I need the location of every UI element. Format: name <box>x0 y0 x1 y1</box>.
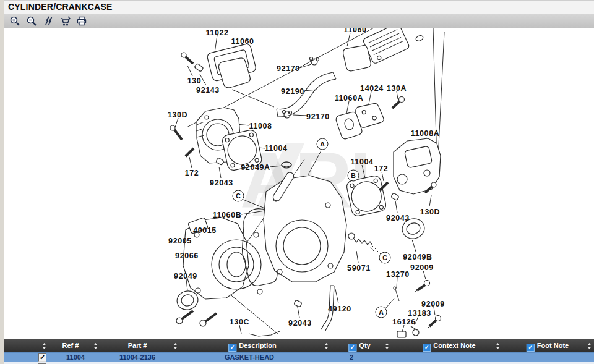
sort-icon[interactable] <box>93 343 99 349</box>
hotspot-select-button[interactable] <box>42 15 54 27</box>
part-bolt-130D-left <box>170 125 182 140</box>
part-label-49120[interactable]: 49120 <box>328 305 351 313</box>
column-header-description[interactable]: ✓Description <box>228 339 277 352</box>
part-label-49015[interactable]: 49015 <box>193 226 217 235</box>
part-cap-92043-right <box>391 193 400 200</box>
zoom-out-button[interactable] <box>25 15 38 27</box>
part-crankcase-49120 <box>264 171 346 282</box>
part-label-11060B[interactable]: 11060B <box>213 211 242 219</box>
page-title: CYLINDER/CRANKCASE <box>8 2 113 12</box>
sort-icon[interactable] <box>587 343 593 349</box>
print-button[interactable] <box>75 15 88 27</box>
part-cap-92043-bottom <box>294 300 302 307</box>
part-label-59071[interactable]: 59071 <box>347 264 371 273</box>
part-label-11060[interactable]: 11060 <box>231 37 254 46</box>
part-label-92066[interactable]: 92066 <box>175 252 199 260</box>
part-bolt-130 <box>181 53 193 64</box>
print-icon <box>76 15 87 27</box>
part-plug-92143 <box>194 63 204 72</box>
part-label-92049B[interactable]: 92049B <box>403 253 432 261</box>
zoom-out-icon <box>26 15 37 27</box>
part-hex-bolt-2 <box>200 313 217 326</box>
column-header-qty-label: Qty <box>359 342 370 349</box>
part-spring-screw-59071 <box>348 233 374 251</box>
part-label-92190[interactable]: 92190 <box>281 87 304 96</box>
foot-note-column-checkbox[interactable]: ✓ <box>527 344 535 352</box>
sort-icon[interactable] <box>42 343 48 349</box>
part-label-11022[interactable]: 11022 <box>205 28 228 37</box>
part-label-130A[interactable]: 130A <box>387 84 407 93</box>
part-label-11008[interactable]: 11008 <box>249 122 272 130</box>
part-label-11060A[interactable]: 11060A <box>335 94 364 103</box>
description-column-checkbox[interactable]: ✓ <box>228 344 236 352</box>
zoom-in-icon <box>9 15 20 27</box>
part-label-92049[interactable]: 92049 <box>174 272 197 281</box>
part-label-130C[interactable]: 130C <box>230 318 249 326</box>
column-header-context-note[interactable]: ✓Context Note <box>423 339 475 352</box>
part-label-130D[interactable]: 130D <box>168 111 187 119</box>
part-gasket-11060-right <box>342 45 371 72</box>
part-label-92170[interactable]: 92170 <box>277 64 300 73</box>
column-header-qty[interactable]: ✓Qty <box>348 339 370 352</box>
table-row-selected[interactable]: ✓ 11004 11004-2136 GASKET-HEAD 2 <box>4 352 594 362</box>
part-hex-bolt-1 <box>176 311 193 324</box>
part-label-172-r[interactable]: 172 <box>374 164 389 173</box>
callout-b: B <box>348 170 359 182</box>
parts-catalog-window: ARI <box>0 0 594 364</box>
part-plug-small <box>415 35 424 42</box>
column-header-ref[interactable]: Ref # <box>62 339 79 352</box>
sort-icon[interactable] <box>496 343 501 349</box>
part-clip-13183 <box>411 326 419 336</box>
row-checkbox[interactable]: ✓ <box>38 353 46 362</box>
part-label-11004-r[interactable]: 11004 <box>350 158 373 166</box>
column-header-description-label: Description <box>239 342 277 349</box>
title-bar: CYLINDER/CRANKCASE <box>4 0 594 15</box>
zoom-in-button[interactable] <box>9 15 21 27</box>
part-label-92143[interactable]: 92143 <box>196 86 220 95</box>
cell-part: 11004-2136 <box>119 353 155 362</box>
part-label-92043-r[interactable]: 92043 <box>386 214 410 222</box>
add-to-cart-button[interactable] <box>59 15 71 27</box>
column-header-foot-note-label: Foot Note <box>537 342 569 349</box>
sort-icon[interactable] <box>324 343 330 349</box>
part-label-92043-c[interactable]: 92043 <box>288 319 312 328</box>
part-label-92170-b[interactable]: 92170 <box>306 112 330 121</box>
grid-header: Ref # Part # ✓Description ✓Qty ✓Context … <box>4 339 594 352</box>
cell-description: GASKET-HEAD <box>225 353 274 362</box>
context-note-column-checkbox[interactable]: ✓ <box>423 344 431 352</box>
part-label-13270[interactable]: 13270 <box>386 270 410 279</box>
part-label-14024[interactable]: 14024 <box>360 84 384 93</box>
part-label-172[interactable]: 172 <box>185 169 199 177</box>
column-header-part[interactable]: Part # <box>128 339 147 352</box>
part-bolt-130A <box>392 97 405 109</box>
part-label-92043[interactable]: 92043 <box>210 179 233 187</box>
part-label-11008A[interactable]: 11008A <box>411 129 440 138</box>
part-clamp-92170-a <box>310 57 319 66</box>
callout-a2: A <box>376 307 387 318</box>
part-label-11004[interactable]: 11004 <box>264 144 287 153</box>
callout-a: A <box>317 138 329 150</box>
column-header-foot-note[interactable]: ✓Foot Note <box>527 339 569 352</box>
sort-icon[interactable] <box>173 343 179 349</box>
part-bracket-130C <box>249 331 280 336</box>
part-label-92009-b[interactable]: 92009 <box>421 300 445 308</box>
part-stud-172-left <box>186 148 194 156</box>
part-label-130[interactable]: 130 <box>187 77 202 85</box>
qty-column-checkbox[interactable]: ✓ <box>348 344 356 352</box>
part-label-92005[interactable]: 92005 <box>168 237 192 245</box>
part-pin-13270 <box>394 287 399 301</box>
cell-qty: 2 <box>350 353 353 362</box>
callout-c2: C <box>379 252 391 264</box>
left-border-gutter <box>0 0 4 364</box>
toolbar <box>4 14 594 28</box>
cell-ref: 11004 <box>66 353 85 362</box>
sort-icon[interactable] <box>385 343 390 349</box>
add-to-cart-icon <box>59 15 71 27</box>
part-label-92049A[interactable]: 92049A <box>241 163 270 172</box>
column-header-context-note-label: Context Note <box>433 342 475 349</box>
part-label-13183[interactable]: 13183 <box>408 309 431 318</box>
part-label-16126[interactable]: 16126 <box>392 318 416 326</box>
part-16126 <box>397 331 406 337</box>
part-label-130D-r[interactable]: 130D <box>420 208 440 216</box>
part-label-92009[interactable]: 92009 <box>410 263 434 272</box>
